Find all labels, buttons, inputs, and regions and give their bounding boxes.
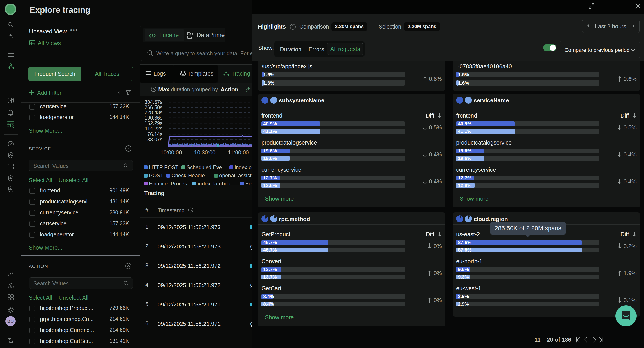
- svg-text:76.14s: 76.14s: [147, 131, 162, 137]
- svg-text:152.29s: 152.29s: [144, 120, 162, 126]
- svg-text:10:30:00: 10:30:00: [194, 149, 215, 156]
- svg-text:11:00:00: 11:00:00: [228, 149, 249, 156]
- svg-text:228.43s: 228.43s: [144, 110, 162, 115]
- svg-text:114.22s: 114.22s: [145, 126, 162, 131]
- svg-text:304.57s: 304.57s: [144, 99, 162, 105]
- svg-text:190.36s: 190.36s: [144, 115, 162, 121]
- svg-text:10:00:00: 10:00:00: [160, 149, 182, 156]
- svg-text:38.07s: 38.07s: [147, 137, 162, 142]
